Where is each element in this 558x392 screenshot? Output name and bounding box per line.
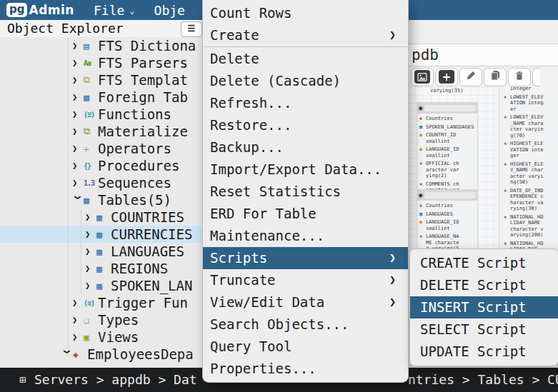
chevron-right-icon[interactable]: ❯ xyxy=(72,41,84,51)
chevron-right-icon[interactable]: ❯ xyxy=(72,332,84,342)
chevron-right-icon[interactable]: ❯ xyxy=(72,315,84,325)
chevron-right-icon[interactable]: ❯ xyxy=(85,246,96,256)
context-menu-item[interactable]: View/Edit Data ❯ xyxy=(203,291,408,313)
tree-node-label: FTS Parsers xyxy=(98,55,188,71)
erd-column-row: ▪ LOWEST_ELEV_NAME character varying(70) xyxy=(504,114,558,139)
column-definition: SPOKEN_LANGUAGES xyxy=(426,124,474,131)
tree-node-label: Trigger Fun xyxy=(98,295,188,311)
pgadmin-logo-pg: pg xyxy=(6,3,27,17)
column-definition: integer xyxy=(510,87,544,92)
chevron-right-icon[interactable]: ❯ xyxy=(72,298,84,308)
context-menu-item[interactable]: Search Objects... xyxy=(203,313,408,336)
context-menu-item[interactable]: Create ❯ xyxy=(203,24,408,47)
column-definition: LOWEST_ELEV_NAME character varying(70) xyxy=(510,114,544,139)
context-menu-item[interactable]: Maintenance... xyxy=(203,225,408,247)
tree-node-label: Sequences xyxy=(98,175,171,191)
erd-node-header: ◉ xyxy=(417,190,477,201)
submenu-item[interactable]: INSERT Script xyxy=(410,296,558,318)
context-menu-item[interactable]: Truncate ❯ xyxy=(203,269,408,291)
chevron-right-icon[interactable]: ❯ xyxy=(85,212,96,222)
context-menu-item[interactable]: Delete xyxy=(203,48,408,70)
chevron-right-icon[interactable]: ❯ xyxy=(72,126,84,136)
column-definition: COUNTRY_ID smallint xyxy=(426,132,460,144)
save-image-button[interactable] xyxy=(411,68,434,86)
chevron-right-icon[interactable]: ❯ xyxy=(62,349,72,361)
toolbar-button-cut[interactable] xyxy=(532,68,540,86)
tree-node-label: EmployeesDepa xyxy=(87,346,194,362)
add-table-button[interactable] xyxy=(435,68,458,86)
tab-appdb[interactable]: pdb xyxy=(407,44,558,66)
context-menu-item[interactable]: Delete (Cascade) xyxy=(203,70,408,92)
context-menu-item[interactable]: Restore... xyxy=(203,114,408,136)
erd-node-header: ◉ xyxy=(417,103,477,114)
column-type-icon: ◆ xyxy=(419,116,426,122)
chevron-right-icon[interactable]: ❯ xyxy=(85,281,96,291)
object-explorer-title: Object Explorer xyxy=(7,20,124,37)
context-menu-item[interactable]: Count Rows xyxy=(203,2,408,24)
delete-table-button[interactable] xyxy=(508,68,531,86)
clone-table-button[interactable] xyxy=(484,68,507,86)
context-menu-item[interactable]: Properties... xyxy=(203,358,408,380)
context-menu-item-label: Maintenance... xyxy=(210,228,324,243)
chevron-right-icon[interactable]: ❯ xyxy=(72,178,84,188)
erd-column-row: ▪ NATIONAL_HOLIDAY_NAME character varyin… xyxy=(504,214,558,238)
context-menu-item[interactable]: Query Tool xyxy=(203,336,408,358)
chevron-right-icon[interactable]: ❯ xyxy=(72,109,84,119)
context-menu-item[interactable]: Backup... xyxy=(203,136,408,159)
tree-node-icon: (≋) xyxy=(84,299,98,307)
context-menu-item[interactable]: Import/Export Data... xyxy=(203,159,408,181)
tree-node-icon: ▦ xyxy=(96,212,111,223)
tree-node-icon: ⧉ xyxy=(84,74,98,86)
tab-strip: pdb xyxy=(407,44,558,66)
tree-node-label: Types xyxy=(98,312,139,328)
tree-node-icon: 1.3 xyxy=(84,179,98,187)
erd-column-row: ▪ HIGHEST_ELEVATION integer xyxy=(504,141,558,159)
tree-node-icon: ⧉ xyxy=(84,126,98,137)
menubar-object[interactable]: Obje xyxy=(154,3,185,18)
erd-column-row: ◆ Countries xyxy=(419,203,476,209)
context-menu-item-label: Count Rows xyxy=(210,5,292,21)
tree-node-label: CURRENCIES xyxy=(111,226,192,242)
erd-node-spoken-languages[interactable]: ◉ ◆ Countries ▦ SPOKEN_LANGUAGES ● COUNT… xyxy=(417,102,478,203)
tree-node-icon: {} xyxy=(84,162,98,170)
column-type-icon: ▪ xyxy=(504,214,510,238)
tree-node-label: FTS Templat xyxy=(98,72,188,88)
context-menu-item-label: Scripts xyxy=(210,250,267,266)
context-menu-item[interactable]: ERD For Table xyxy=(203,203,408,225)
menubar-file[interactable]: File⌄ xyxy=(94,3,135,18)
column-definition: LANGUAGES xyxy=(426,211,453,218)
erd-column-row: ● LANGUAGE_ID smallint xyxy=(419,146,476,159)
chevron-right-icon[interactable]: ❯ xyxy=(72,75,84,85)
chevron-right-icon[interactable]: ❯ xyxy=(72,161,84,171)
column-definition: HIGHEST_ELEV_NAME character varying(50) xyxy=(510,161,544,186)
tree-node-label: Materialize xyxy=(98,124,188,139)
erd-column-row: ▪ LOWEST_ELEVATION integer xyxy=(504,94,558,113)
submenu-item[interactable]: SELECT Script xyxy=(410,318,558,341)
context-menu-item[interactable]: Scripts ❯ xyxy=(203,247,408,269)
column-definition: DATE_OF_INDEPENDENCE character varying(3… xyxy=(510,188,544,212)
database-quick-menu-button[interactable]: ☰ xyxy=(181,21,202,37)
context-menu-item-label: Refresh... xyxy=(210,95,292,111)
chevron-right-icon[interactable]: ❯ xyxy=(72,144,84,154)
eye-icon[interactable]: ◉ xyxy=(419,192,422,198)
context-menu-item-label: Delete (Cascade) xyxy=(210,73,341,89)
submenu-item[interactable]: DELETE Script xyxy=(410,274,558,296)
eye-icon[interactable]: ◉ xyxy=(419,105,422,111)
erd-column-row: ▪ OFFICIAL character varying(2) xyxy=(419,161,476,179)
submenu-item[interactable]: UPDATE Script xyxy=(410,341,558,363)
context-menu-item[interactable]: Refresh... xyxy=(203,92,408,114)
submenu-arrow-icon: ❯ xyxy=(389,269,396,291)
chevron-right-icon[interactable]: ❯ xyxy=(72,92,84,102)
chevron-right-icon[interactable]: ❯ xyxy=(73,195,83,206)
tree-node-icon: ▦ xyxy=(84,195,98,206)
erd-column-row: ▪ HIGHEST_ELEV_NAME character varying(50… xyxy=(504,161,558,186)
column-definition: LANGUAGE_ID smallint xyxy=(426,146,460,159)
chevron-right-icon[interactable]: ❯ xyxy=(72,58,84,68)
chevron-right-icon[interactable]: ❯ xyxy=(85,263,96,273)
edit-table-button[interactable] xyxy=(459,68,482,86)
column-type-icon: ▪ xyxy=(504,161,510,186)
submenu-item[interactable]: CREATE Script xyxy=(410,252,558,274)
context-menu-item[interactable]: Reset Statistics xyxy=(203,181,408,203)
chevron-right-icon[interactable]: ❯ xyxy=(85,229,96,239)
context-menu-item-label: Reset Statistics xyxy=(210,184,341,199)
